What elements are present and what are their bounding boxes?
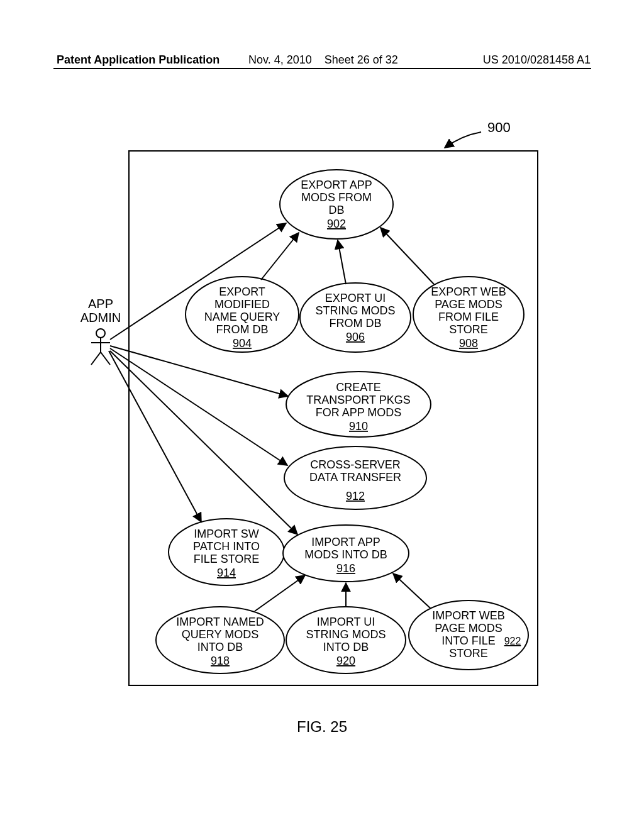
svg-text:912: 912: [346, 490, 365, 502]
page: Patent Application Publication Nov. 4, 2…: [0, 0, 644, 830]
svg-text:STRING MODS: STRING MODS: [315, 304, 395, 317]
header-pubnum: US 2010/0281458 A1: [483, 53, 591, 67]
pointer-label: 900: [487, 119, 511, 135]
actor-label-1: APP: [88, 297, 113, 311]
svg-text:904: 904: [233, 337, 252, 350]
node-912: CROSS-SERVER DATA TRANSFER 912: [284, 446, 426, 509]
actor-head-icon: [96, 329, 105, 338]
node-918: IMPORT NAMED QUERY MODS INTO DB 918: [156, 607, 284, 673]
actor-label-2: ADMIN: [80, 311, 121, 324]
svg-text:QUERY MODS: QUERY MODS: [182, 628, 258, 641]
edge-actor-914: [109, 351, 201, 522]
svg-text:910: 910: [349, 420, 368, 433]
svg-text:IMPORT WEB: IMPORT WEB: [432, 609, 504, 622]
svg-text:IMPORT SW: IMPORT SW: [194, 528, 258, 540]
node-908: EXPORT WEB PAGE MODS FROM FILE STORE 908: [413, 277, 524, 352]
edge-906-902: [338, 240, 346, 284]
svg-text:PAGE MODS: PAGE MODS: [435, 298, 502, 311]
svg-text:INTO FILE: INTO FILE: [441, 634, 496, 647]
svg-text:MODIFIED: MODIFIED: [214, 298, 270, 311]
svg-text:STRING MODS: STRING MODS: [306, 628, 386, 641]
svg-text:NAME QUERY: NAME QUERY: [204, 311, 280, 323]
figure-caption: FIG. 25: [0, 718, 644, 736]
svg-text:IMPORT NAMED: IMPORT NAMED: [176, 616, 264, 628]
svg-text:STORE: STORE: [449, 323, 488, 336]
edge-904-902: [261, 233, 299, 280]
svg-text:CREATE: CREATE: [336, 381, 381, 394]
actor-leg-right-icon: [101, 352, 110, 365]
svg-text:MODS FROM: MODS FROM: [301, 191, 372, 204]
edge-918-916: [255, 575, 305, 611]
svg-text:EXPORT UI: EXPORT UI: [325, 292, 386, 304]
node-902: EXPORT APP MODS FROM DB 902: [280, 170, 393, 239]
edge-908-902: [380, 228, 434, 284]
svg-text:DB: DB: [328, 204, 344, 216]
node-920: IMPORT UI STRING MODS INTO DB 920: [286, 607, 406, 673]
svg-text:EXPORT: EXPORT: [219, 285, 265, 298]
svg-text:INTO DB: INTO DB: [323, 641, 369, 653]
node-910: CREATE TRANSPORT PKGS FOR APP MODS 910: [286, 372, 431, 437]
svg-text:IMPORT APP: IMPORT APP: [311, 536, 380, 548]
node-916: IMPORT APP MODS INTO DB 916: [283, 525, 409, 582]
svg-text:906: 906: [346, 331, 365, 343]
header-left: Patent Application Publication: [57, 53, 219, 67]
header-center: Nov. 4, 2010 Sheet 26 of 32: [248, 53, 398, 67]
svg-text:PAGE MODS: PAGE MODS: [435, 622, 502, 634]
svg-text:IMPORT UI: IMPORT UI: [317, 616, 375, 628]
svg-text:908: 908: [459, 337, 478, 350]
node-904: EXPORT MODIFIED NAME QUERY FROM DB 904: [186, 277, 299, 352]
node-914: IMPORT SW PATCH INTO FILE STORE 914: [169, 519, 284, 585]
svg-text:STORE: STORE: [449, 647, 488, 660]
header-sheet: Sheet 26 of 32: [325, 53, 398, 66]
svg-text:FOR APP MODS: FOR APP MODS: [316, 406, 402, 419]
header-rule: [53, 68, 591, 69]
diagram: 900 APP ADMIN EXPORT APP MODS FROM DB 90…: [60, 113, 582, 704]
svg-text:918: 918: [211, 655, 230, 667]
svg-text:902: 902: [327, 218, 346, 230]
svg-text:FROM DB: FROM DB: [216, 323, 269, 336]
svg-text:FROM FILE: FROM FILE: [438, 311, 499, 323]
pointer-arrow: [445, 132, 481, 148]
svg-text:920: 920: [336, 655, 355, 667]
header-date: Nov. 4, 2010: [248, 53, 312, 66]
node-922: IMPORT WEB PAGE MODS INTO FILE STORE 922: [409, 600, 528, 670]
svg-text:EXPORT WEB: EXPORT WEB: [431, 285, 506, 298]
edge-actor-912: [110, 348, 287, 465]
svg-text:INTO DB: INTO DB: [197, 641, 243, 653]
svg-text:916: 916: [336, 562, 355, 575]
actor-app-admin: APP ADMIN: [80, 297, 121, 365]
node-906: EXPORT UI STRING MODS FROM DB 906: [300, 283, 411, 352]
svg-text:DATA TRANSFER: DATA TRANSFER: [309, 471, 401, 484]
edge-922-916: [393, 573, 431, 609]
edge-actor-910: [110, 346, 288, 396]
svg-text:CROSS-SERVER: CROSS-SERVER: [310, 458, 401, 471]
svg-text:FROM DB: FROM DB: [330, 317, 382, 329]
svg-text:MODS INTO DB: MODS INTO DB: [304, 548, 387, 561]
actor-leg-left-icon: [91, 352, 101, 365]
svg-text:TRANSPORT PKGS: TRANSPORT PKGS: [306, 394, 410, 406]
svg-text:922: 922: [504, 636, 521, 646]
svg-text:PATCH INTO: PATCH INTO: [193, 540, 260, 553]
svg-text:FILE STORE: FILE STORE: [194, 553, 260, 565]
edge-actor-916: [110, 351, 297, 534]
svg-text:914: 914: [217, 567, 236, 579]
svg-text:EXPORT APP: EXPORT APP: [301, 179, 372, 191]
